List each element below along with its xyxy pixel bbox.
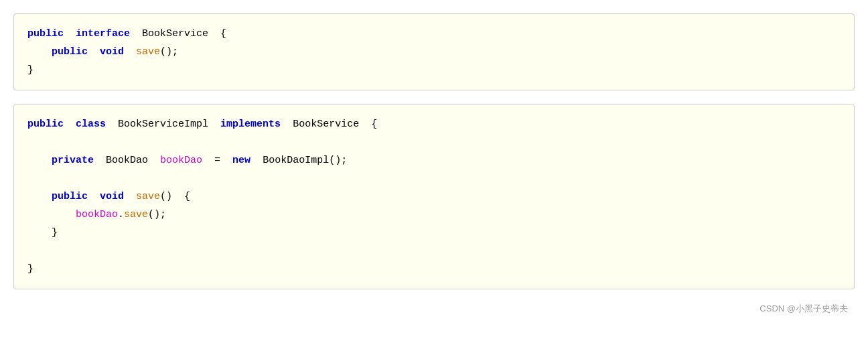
- code-line: public interface BookService {: [27, 25, 841, 43]
- code-line: [27, 242, 841, 260]
- code-block-2: public class BookServiceImpl implements …: [13, 104, 855, 289]
- code-line: public class BookServiceImpl implements …: [27, 115, 841, 133]
- code-line: }: [27, 260, 841, 278]
- code-line: [27, 169, 841, 188]
- code-block-1: public interface BookService { public vo…: [13, 13, 855, 90]
- footer-text: CSDN @小黑子史蒂夫: [13, 303, 855, 315]
- code-line: public void save();: [27, 43, 841, 61]
- code-line: }: [27, 224, 841, 242]
- code-line: private BookDao bookDao = new BookDaoImp…: [27, 151, 841, 169]
- code-line: }: [27, 61, 841, 79]
- code-line: bookDao.save();: [27, 206, 841, 224]
- code-line: [27, 133, 841, 151]
- code-line: public void save() {: [27, 188, 841, 206]
